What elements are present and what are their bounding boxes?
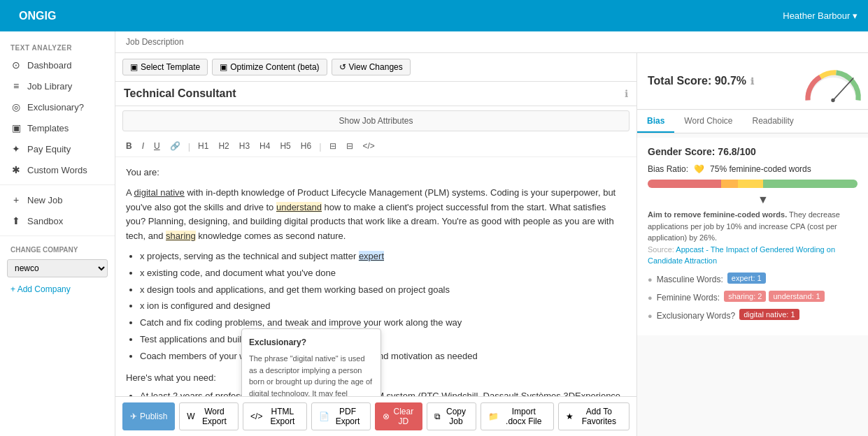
- svg-point-1: [831, 99, 834, 102]
- score-info-icon[interactable]: ℹ: [750, 76, 754, 87]
- source-link[interactable]: Appcast - The Impact of Gendered Wording…: [648, 245, 835, 266]
- select-template-button[interactable]: ▣ Select Template: [122, 59, 208, 75]
- link-button[interactable]: 🔗: [166, 140, 184, 152]
- highlighted-word-understand[interactable]: understand: [276, 202, 322, 212]
- sidebar-item-exclusionary[interactable]: ◎ Exclusionary?: [0, 96, 115, 117]
- h6-button[interactable]: H6: [297, 140, 315, 152]
- pdf-export-button[interactable]: 📄 PDF Export: [311, 402, 370, 430]
- sidebar-item-templates[interactable]: ▣ Templates: [0, 117, 115, 138]
- bold-button[interactable]: B: [122, 140, 136, 152]
- logo-text: ONGIG: [19, 10, 56, 22]
- list-item: Coach members of your workstream teams, …: [140, 349, 626, 364]
- unordered-list-button[interactable]: ⊟: [326, 140, 340, 152]
- feminine-tag-1[interactable]: sharing: 2: [724, 291, 766, 302]
- tab-word-choice[interactable]: Word Choice: [674, 110, 742, 133]
- progress-marker-container: ▼: [648, 195, 858, 203]
- format-separator-2: |: [319, 141, 321, 152]
- feminine-label: Feminine Words:: [657, 293, 720, 303]
- score-panel: Total Score: 90.7% ℹ: [637, 53, 868, 436]
- progress-yellow: [738, 180, 763, 188]
- list-item: x existing code, and document what you'v…: [140, 266, 626, 281]
- sidebar-item-job-library[interactable]: ≡ Job Library: [0, 75, 115, 96]
- h1-button[interactable]: H1: [194, 140, 212, 152]
- templates-icon: ▣: [10, 122, 22, 133]
- progress-orange: [721, 180, 738, 188]
- word-export-button[interactable]: W Word Export: [179, 402, 239, 430]
- italic-button[interactable]: I: [138, 140, 148, 152]
- sidebar-item-label: Templates: [27, 123, 69, 133]
- masculine-tags: expert: 1: [727, 272, 766, 284]
- h3-button[interactable]: H3: [236, 140, 253, 152]
- code-button[interactable]: </>: [360, 140, 378, 152]
- exclusionary-label: Exclusionary Words?: [657, 311, 736, 321]
- info-icon[interactable]: ℹ: [625, 88, 628, 99]
- highlighted-word-expert[interactable]: expert: [359, 251, 384, 261]
- copy-job-button[interactable]: ⧉ Copy Job: [427, 402, 476, 430]
- job-title-input[interactable]: [124, 87, 625, 100]
- sidebar-item-label: Exclusionary?: [27, 102, 84, 112]
- user-menu[interactable]: Heather Barbour: [783, 10, 858, 21]
- bias-section: Gender Score: 76.8/100 Bias Ratio: 💛 75%…: [637, 138, 868, 335]
- sidebar-item-label: Job Library: [27, 81, 72, 92]
- masculine-tag[interactable]: expert: 1: [727, 272, 766, 284]
- highlighted-word-sharing[interactable]: sharing: [166, 231, 196, 241]
- content-header: Job Description: [115, 31, 868, 53]
- info-icon-exclusionary[interactable]: ●: [648, 312, 653, 320]
- sidebar-item-label: Pay Equity: [27, 144, 71, 154]
- list-item: x projects, serving as the technical and…: [140, 249, 626, 264]
- list-item: Catch and fix coding problems, and tweak…: [140, 316, 626, 330]
- underline-button[interactable]: U: [150, 140, 164, 152]
- list-item: x ion is configured and designed: [140, 299, 626, 314]
- import-docx-button[interactable]: 📁 Import .docx File: [481, 402, 554, 430]
- svg-line-0: [833, 78, 853, 101]
- optimize-icon: ▣: [220, 62, 227, 72]
- company-select[interactable]: newco: [7, 259, 108, 277]
- sidebar-item-new-job[interactable]: + New Job: [0, 189, 115, 210]
- h2-button[interactable]: H2: [215, 140, 232, 152]
- breadcrumb: Job Description: [126, 37, 184, 47]
- sidebar-label: TEXT ANALYZER: [0, 38, 115, 54]
- sandbox-icon: ⬆: [10, 215, 22, 226]
- logo: ONGIG: [10, 4, 64, 28]
- highlighted-word-digital-native[interactable]: digital native: [134, 187, 185, 198]
- feminine-tag-2[interactable]: understand: 1: [769, 291, 824, 302]
- progress-green: [763, 180, 858, 188]
- star-icon: ★: [566, 412, 574, 421]
- info-icon-feminine[interactable]: ●: [648, 293, 653, 302]
- text-paragraph: You are:: [126, 166, 626, 180]
- exclusionary-words-row: ● Exclusionary Words? digital native: 1: [648, 309, 858, 323]
- publish-button[interactable]: ✈ Publish: [122, 402, 175, 430]
- score-title: Total Score: 90.7% ℹ: [648, 75, 754, 87]
- bias-progress-bar: [648, 180, 858, 188]
- import-icon: 📁: [488, 412, 499, 421]
- view-changes-button[interactable]: ↺ View Changes: [332, 59, 411, 75]
- sidebar: TEXT ANALYZER ⊙ Dashboard ≡ Job Library …: [0, 31, 115, 436]
- editor-content[interactable]: You are: A digital native with in-depth …: [115, 157, 636, 396]
- bias-ratio-label: Bias Ratio:: [648, 164, 688, 174]
- sidebar-item-pay-equity[interactable]: ✦ Pay Equity: [0, 138, 115, 159]
- info-icon-masculine[interactable]: ●: [648, 275, 653, 284]
- exclusionary-tag[interactable]: digital native: 1: [739, 309, 799, 320]
- tab-bias[interactable]: Bias: [637, 110, 674, 133]
- optimize-content-button[interactable]: ▣ Optimize Content (beta): [212, 59, 327, 75]
- sidebar-item-sandbox[interactable]: ⬆ Sandbox: [0, 210, 115, 231]
- html-export-button[interactable]: </> HTML Export: [243, 402, 307, 430]
- exclusionary-icon: ◎: [10, 101, 22, 112]
- gender-score: Gender Score: 76.8/100: [648, 146, 858, 157]
- sidebar-item-label: Dashboard: [27, 60, 72, 71]
- sidebar-item-dashboard[interactable]: ⊙ Dashboard: [0, 54, 115, 75]
- exclusionary-tooltip: Exclusionary? The phrase "digital native…: [241, 328, 381, 396]
- clear-jd-button[interactable]: ⊗ Clear JD: [375, 402, 423, 430]
- add-favorites-button[interactable]: ★ Add To Favorites: [558, 402, 629, 430]
- main-content: Job Description ▣ Select Template ▣ Opti…: [115, 31, 868, 436]
- h4-button[interactable]: H4: [256, 140, 273, 152]
- h5-button[interactable]: H5: [276, 140, 294, 152]
- ordered-list-button[interactable]: ⊟: [343, 140, 357, 152]
- sidebar-item-custom-words[interactable]: ✱ Custom Words: [0, 159, 115, 180]
- job-library-icon: ≡: [10, 80, 22, 92]
- show-job-attributes-button[interactable]: Show Job Attributes: [122, 110, 629, 131]
- word-icon: W: [187, 412, 194, 421]
- tab-readability[interactable]: Readability: [743, 110, 804, 133]
- aim-text: Aim to remove feminine-coded words. They…: [648, 209, 858, 267]
- add-company-button[interactable]: + Add Company: [0, 280, 115, 298]
